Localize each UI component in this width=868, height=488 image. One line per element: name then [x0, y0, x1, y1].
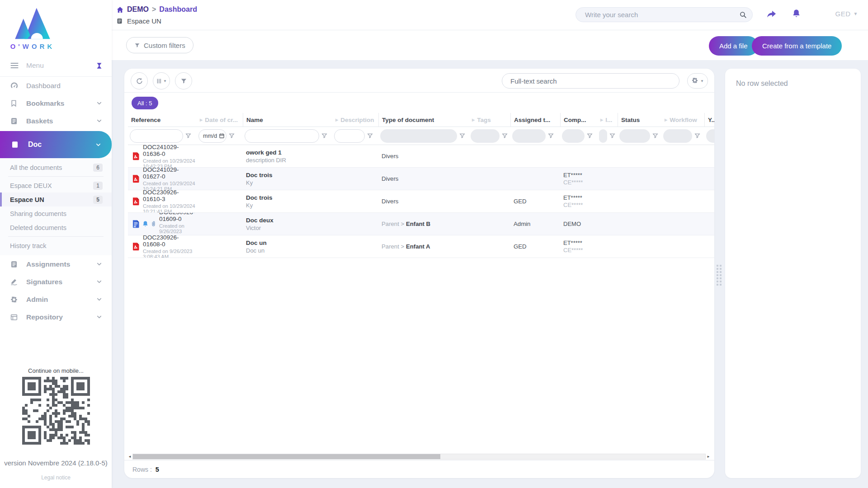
custom-filters-button[interactable]: Custom filters [126, 37, 193, 53]
column-filter-y [704, 129, 714, 143]
document-type-icons: w [131, 219, 157, 229]
filter-input-description[interactable] [334, 129, 365, 143]
column-header-i[interactable]: ▶I... [597, 113, 618, 127]
filter-disabled-workflow [663, 129, 692, 143]
sidebar-subitem-all-the-documents[interactable]: All the documents6 [0, 160, 112, 174]
notifications-bell-icon[interactable] [792, 9, 801, 20]
filter-funnel-icon[interactable] [459, 133, 465, 139]
column-header-type[interactable]: Type of document [378, 113, 469, 127]
breadcrumb: DEMO > Dashboard [116, 5, 197, 14]
filter-funnel-icon[interactable] [694, 133, 700, 139]
all-filter-badge[interactable]: All : 5 [132, 97, 158, 109]
filter-input-reference[interactable] [130, 129, 183, 143]
column-header-date[interactable]: ▶Date of cr... [197, 113, 243, 127]
cell-i [597, 190, 618, 212]
cell-name: Doc troisKy [243, 168, 332, 190]
cell-description [332, 190, 378, 212]
scrollbar-thumb[interactable] [133, 454, 440, 459]
user-group-dropdown[interactable]: GED ▼ [835, 10, 858, 18]
column-header-status[interactable]: Status [618, 113, 661, 127]
filter-funnel-icon[interactable] [609, 133, 615, 139]
legal-notice-link[interactable]: Legal notice [0, 474, 112, 481]
refresh-button[interactable] [131, 72, 148, 89]
column-header-company[interactable]: Comp... [560, 113, 597, 127]
filter-funnel-icon[interactable] [229, 133, 235, 139]
sidebar-subitem-label: All the documents [10, 164, 62, 171]
table-row[interactable]: DOC230926-01608-0Created on 9/26/2023 3:… [128, 235, 714, 258]
word-icon: w [131, 219, 141, 229]
sidebar-subitem-espace-deux[interactable]: Espace DEUX1 [0, 178, 112, 192]
sidebar-item-doc[interactable]: Doc [0, 131, 112, 158]
sidebar-subitem-deleted-documents[interactable]: Deleted documents [0, 221, 112, 235]
sidebar-subitem-espace-un[interactable]: Espace UN5 [0, 192, 112, 206]
sidebar-item-assignments[interactable]: Assignments [0, 255, 112, 273]
table-settings-button[interactable]: ▼ [687, 73, 708, 89]
panel-resize-handle[interactable] [717, 265, 722, 286]
column-header-name[interactable]: Name [243, 113, 332, 127]
document-type-icons [131, 242, 141, 251]
hamburger-icon[interactable] [10, 61, 19, 70]
column-header-workflow[interactable]: ▶Workflow [661, 113, 704, 127]
column-header-description[interactable]: ▶Description [332, 113, 378, 127]
fulltext-search-input[interactable] [502, 73, 679, 89]
company-line2: CE***** [563, 247, 597, 253]
filter-funnel-icon[interactable] [587, 133, 593, 139]
sidebar-item-repository[interactable]: Repository [0, 308, 112, 326]
filter-date-input[interactable]: mm/d [198, 129, 226, 143]
column-filter-workflow [661, 129, 704, 143]
sidebar-item-baskets[interactable]: Baskets [0, 112, 112, 130]
sidebar-item-signatures[interactable]: Signatures [0, 273, 112, 291]
menu-toggle[interactable]: Menu [0, 61, 112, 77]
filter-funnel-icon[interactable] [185, 133, 191, 139]
add-file-button[interactable]: Add a file [709, 36, 758, 56]
sidebar-item-dashboard[interactable]: Dashboard [0, 77, 112, 94]
filter-button[interactable] [175, 72, 192, 89]
expand-column-arrow-icon[interactable]: ▶ [665, 118, 667, 122]
app-logo[interactable]: O'WORK [8, 6, 57, 50]
search-icon[interactable] [739, 11, 747, 20]
filter-funnel-icon[interactable] [652, 133, 658, 139]
sidebar-item-admin[interactable]: Admin [0, 291, 112, 308]
table-row[interactable]: DOC230926-01610-3Created on 10/29/2024 1… [128, 190, 714, 213]
type-value: Divers [382, 153, 398, 160]
breadcrumb-current[interactable]: Dashboard [159, 5, 197, 14]
filter-funnel-icon[interactable] [367, 133, 373, 139]
expand-column-arrow-icon[interactable]: ▶ [600, 118, 603, 122]
cell-tags [469, 145, 510, 167]
scroll-right-arrow-icon[interactable]: ▸ [706, 454, 711, 460]
scroll-left-arrow-icon[interactable]: ◂ [127, 454, 132, 460]
table-row[interactable]: wDOC230926-01609-0Created on 9/26/2023 3… [128, 213, 714, 235]
column-header-assigned[interactable]: Assigned t... [510, 113, 560, 127]
cell-type: Parent > Enfant A [378, 235, 469, 258]
pin-icon[interactable] [96, 62, 103, 69]
column-header-tags[interactable]: ▶Tags [469, 113, 510, 127]
filter-funnel-icon[interactable] [548, 133, 554, 139]
document-type-icons [131, 197, 141, 206]
sidebar-item-bookmarks[interactable]: Bookmarks [0, 94, 112, 112]
sidebar-item-label: Assignments [26, 260, 70, 268]
sidebar-subitem-sharing-documents[interactable]: Sharing documents [0, 206, 112, 221]
sidebar-subitem-label: Espace DEUX [10, 182, 52, 189]
global-search-input[interactable] [576, 7, 753, 22]
columns-button[interactable]: ▼ [153, 72, 170, 89]
cell-status [618, 168, 661, 190]
create-from-template-button[interactable]: Create from a template [752, 36, 842, 56]
expand-column-arrow-icon[interactable]: ▶ [200, 118, 203, 122]
scrollbar-track[interactable] [132, 454, 706, 460]
table-row[interactable]: DOC241029-01636-0Created on 10/29/2024 1… [128, 145, 714, 168]
column-header-reference[interactable]: Reference [128, 113, 197, 127]
fulltext-search [502, 73, 679, 89]
expand-column-arrow-icon[interactable]: ▶ [335, 118, 338, 122]
expand-column-arrow-icon[interactable]: ▶ [472, 118, 475, 122]
filter-input-name[interactable] [245, 129, 319, 143]
document-subtitle: Ky [246, 179, 332, 186]
home-icon[interactable] [116, 6, 124, 14]
breadcrumb-root[interactable]: DEMO [127, 5, 149, 14]
share-icon[interactable] [766, 9, 777, 22]
column-header-y[interactable]: Y... [704, 113, 714, 127]
sidebar-subitem-history-track[interactable]: History track [0, 239, 112, 253]
table-row[interactable]: DOC241029-01627-0Created on 10/29/2024 1… [128, 168, 714, 190]
filter-funnel-icon[interactable] [502, 133, 508, 139]
cell-type: Divers [378, 190, 469, 212]
filter-funnel-icon[interactable] [321, 133, 327, 139]
